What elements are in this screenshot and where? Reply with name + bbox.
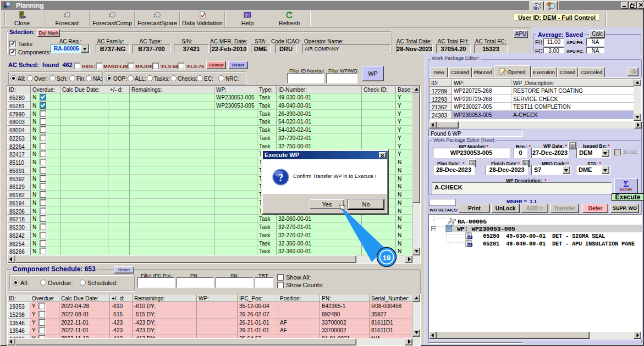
svg-text:?: ?	[278, 172, 284, 183]
svg-text:?: ?	[245, 13, 248, 18]
svg-text:19: 19	[383, 254, 390, 262]
